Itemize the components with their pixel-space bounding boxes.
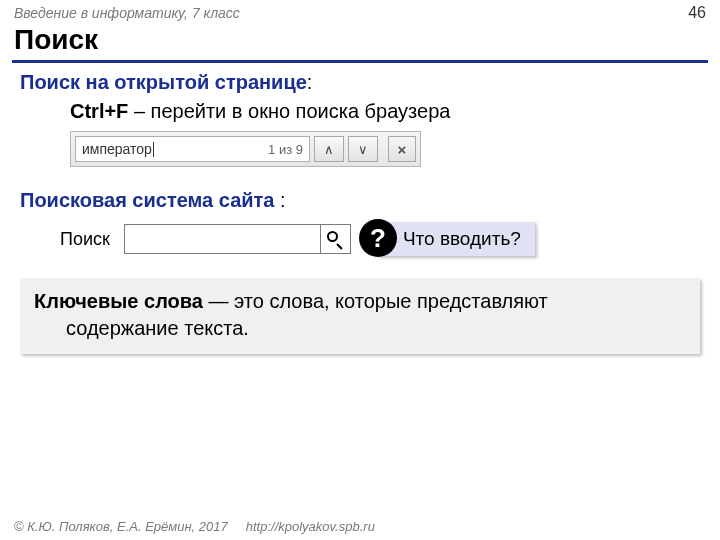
section1-heading-text: Поиск на открытой странице [20,71,307,93]
page-number: 46 [688,4,706,22]
footer-copyright: © К.Ю. Поляков, Е.А. Ерёмин, 2017 [14,519,228,534]
footer-url: http://kpolyakov.spb.ru [246,519,375,534]
section1-heading: Поиск на открытой странице: [20,71,700,94]
definition-term: Ключевые слова [34,290,203,312]
shortcut-desc: – перейти в окно поиска браузера [128,100,450,122]
section2-colon: : [280,189,286,211]
section2-heading: Поисковая система сайта : [20,189,700,212]
search-icon [327,231,343,247]
title-rule [12,60,708,63]
section1-colon: : [307,71,313,93]
findbar-input[interactable]: император 1 из 9 [75,136,310,162]
definition-line1: — это слова, которые представляют [203,290,548,312]
question-text: Что вводить? [403,228,521,250]
sitesearch-label: Поиск [60,229,110,250]
footer: © К.Ю. Поляков, Е.А. Ерёмин, 2017 http:/… [0,519,720,534]
chevron-up-icon: ∧ [324,142,334,157]
shortcut-key: Ctrl+F [70,100,128,122]
question-callout: ? Что вводить? [377,222,535,256]
shortcut-line: Ctrl+F – перейти в окно поиска браузера [70,100,700,123]
text-caret [153,142,154,157]
chevron-down-icon: ∨ [358,142,368,157]
sitesearch-box [124,224,351,254]
sitesearch-button[interactable] [320,225,350,253]
findbar-next-button[interactable]: ∨ [348,136,378,162]
findbar-close-button[interactable]: × [388,136,416,162]
close-icon: × [398,141,407,158]
page-title: Поиск [0,22,720,60]
browser-findbar: император 1 из 9 ∧ ∨ × [70,131,421,167]
definition-box: Ключевые слова — это слова, которые пред… [20,278,700,354]
findbar-prev-button[interactable]: ∧ [314,136,344,162]
findbar-count: 1 из 9 [268,142,303,157]
findbar-query: император [82,141,152,157]
definition-line2: содержание текста. [34,315,686,342]
sitesearch-input[interactable] [125,225,320,253]
course-label: Введение в информатику, 7 класс [14,5,240,21]
question-badge-icon: ? [359,219,397,257]
section2-heading-text: Поисковая система сайта [20,189,280,211]
